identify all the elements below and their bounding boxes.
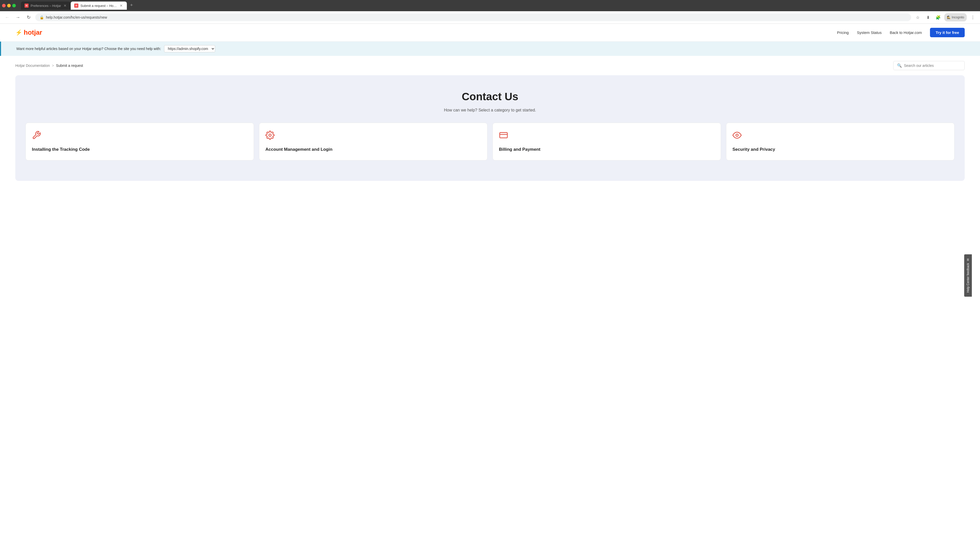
banner-message: Want more helpful articles based on your…	[16, 47, 161, 51]
search-input[interactable]	[904, 64, 961, 68]
category-card-billing-title: Billing and Payment	[499, 146, 714, 152]
browser-chrome: H Preferences – Hotjar ✕ H Submit a requ…	[0, 0, 980, 24]
tab-close-1[interactable]: ✕	[63, 3, 67, 8]
category-cards: Installing the Tracking Code Account Man…	[25, 123, 955, 160]
site-selector[interactable]: https://admin.shopify.com	[164, 45, 215, 52]
incognito-icon: 🕵️	[947, 16, 951, 19]
eye-icon	[732, 130, 948, 142]
address-bar[interactable]: 🔒 help.hotjar.com/hc/en-us/requests/new	[35, 14, 911, 21]
search-box[interactable]: 🔍	[893, 61, 965, 70]
window-controls	[2, 4, 16, 7]
category-card-account[interactable]: Account Management and Login	[259, 123, 487, 160]
back-to-hotjar-link[interactable]: Back to Hotjar.com	[890, 30, 922, 35]
breadcrumb: Hotjar Documentation > Submit a request	[15, 64, 83, 68]
logo-icon: ⚡	[15, 29, 22, 36]
new-tab-button[interactable]: +	[128, 2, 135, 9]
system-status-link[interactable]: System Status	[857, 30, 882, 35]
wrench-icon	[32, 130, 248, 142]
search-icon: 🔍	[897, 63, 902, 68]
extension-icon[interactable]: 🧩	[934, 13, 942, 21]
browser-nav-bar: ← → ↻ 🔒 help.hotjar.com/hc/en-us/request…	[0, 11, 980, 24]
breadcrumb-current: Submit a request	[56, 64, 83, 68]
breadcrumb-area: Hotjar Documentation > Submit a request …	[0, 56, 980, 75]
nav-links: Pricing System Status Back to Hotjar.com…	[837, 28, 965, 37]
contact-subtitle: How can we help? Select a category to ge…	[25, 108, 955, 113]
download-icon[interactable]: ⬇	[924, 13, 932, 21]
tab-title-2: Submit a request – Hotjar Docu...	[80, 4, 117, 8]
gear-icon	[266, 130, 481, 142]
try-free-button[interactable]: Try it for free	[930, 28, 965, 37]
tab-favicon-1: H	[24, 3, 29, 8]
incognito-badge: 🕵️ Incognito	[944, 13, 967, 21]
tab-close-2[interactable]: ✕	[119, 3, 123, 8]
incognito-label: Incognito	[952, 16, 964, 19]
category-card-account-title: Account Management and Login	[266, 146, 481, 152]
category-card-tracking[interactable]: Installing the Tracking Code	[25, 123, 254, 160]
menu-icon[interactable]: ⋮	[969, 13, 977, 21]
site-nav: ⚡ hotjar Pricing System Status Back to H…	[0, 24, 980, 41]
contact-title: Contact Us	[25, 91, 955, 103]
bookmark-icon[interactable]: ☆	[914, 13, 922, 21]
address-lock-icon: 🔒	[40, 15, 44, 19]
svg-rect-1	[500, 133, 508, 138]
back-button[interactable]: ←	[3, 13, 11, 21]
address-text: help.hotjar.com/hc/en-us/requests/new	[46, 15, 907, 19]
category-card-security[interactable]: Security and Privacy	[726, 123, 955, 160]
page-wrapper: ⚡ hotjar Pricing System Status Back to H…	[0, 24, 980, 181]
browser-titlebar: H Preferences – Hotjar ✕ H Submit a requ…	[0, 0, 980, 11]
pricing-link[interactable]: Pricing	[837, 30, 849, 35]
category-card-billing[interactable]: Billing and Payment	[493, 123, 721, 160]
category-card-security-title: Security and Privacy	[732, 146, 948, 152]
maximize-window-button[interactable]	[12, 4, 16, 7]
logo[interactable]: ⚡ hotjar	[15, 29, 42, 37]
tab-favicon-2: H	[74, 3, 78, 8]
breadcrumb-parent-link[interactable]: Hotjar Documentation	[15, 64, 50, 68]
wallet-icon	[499, 130, 714, 142]
tab-title-1: Preferences – Hotjar	[30, 4, 61, 8]
nav-icons: ☆ ⬇ 🧩 🕵️ Incognito ⋮	[914, 13, 977, 21]
logo-text: hotjar	[24, 29, 42, 37]
svg-point-3	[736, 134, 738, 137]
site-selection-banner: Want more helpful articles based on your…	[0, 41, 980, 56]
breadcrumb-separator: >	[52, 64, 54, 68]
svg-point-0	[269, 134, 271, 137]
close-window-button[interactable]	[2, 4, 6, 7]
contact-section: Contact Us How can we help? Select a cat…	[15, 75, 965, 181]
refresh-button[interactable]: ↻	[24, 13, 33, 21]
forward-button[interactable]: →	[14, 13, 22, 21]
minimize-window-button[interactable]	[7, 4, 11, 7]
tab-preferences[interactable]: H Preferences – Hotjar ✕	[21, 2, 71, 10]
category-card-tracking-title: Installing the Tracking Code	[32, 146, 248, 152]
tab-submit-request[interactable]: H Submit a request – Hotjar Docu... ✕	[71, 2, 127, 10]
tabs-bar: H Preferences – Hotjar ✕ H Submit a requ…	[19, 2, 978, 10]
